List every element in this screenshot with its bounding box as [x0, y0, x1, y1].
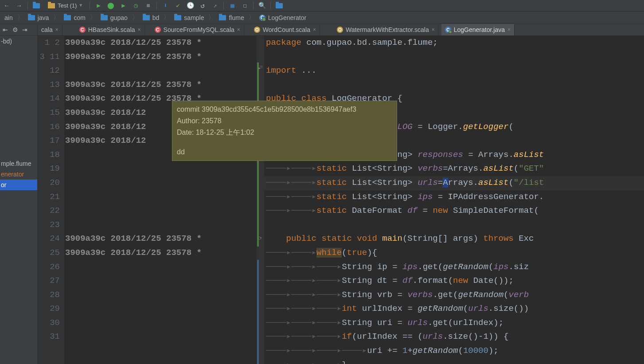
editor-tab-active[interactable]: C LogGenerator.java ×: [441, 24, 515, 35]
breadcrumb-label: java: [38, 14, 49, 21]
project-node[interactable]: mple.flume: [0, 158, 37, 169]
folder-icon: [101, 15, 108, 20]
scala-object-icon: O: [337, 27, 343, 33]
back-button[interactable]: ←: [3, 2, 11, 10]
breadcrumb-label: gupao: [110, 14, 128, 21]
editor-tab[interactable]: cala ×: [38, 24, 62, 35]
close-icon[interactable]: ×: [507, 27, 511, 33]
editor-tab[interactable]: C HBaseSink.scala ×: [76, 24, 145, 35]
source-editor[interactable]: ▸ ⊞ ⟳ package com.gupao.bd.sample.flume;…: [257, 36, 644, 364]
breadcrumb-item[interactable]: com: [61, 14, 88, 21]
breadcrumb-label: LogGenerator: [268, 14, 306, 21]
separator: [156, 2, 157, 10]
project-root[interactable]: -bd): [0, 36, 37, 47]
run-button[interactable]: ▶: [94, 2, 102, 10]
annotate-pane[interactable]: 1 2 3 11 12 13 14 15 16 17 18 19 20 21 2…: [38, 36, 257, 364]
breadcrumb-separator: 〉: [90, 14, 96, 22]
line-gutter: 1 2 3 11 12 13 14 15 16 17 18 19 20 21 2…: [38, 36, 64, 364]
revert-button[interactable]: ↺: [199, 2, 207, 10]
folder-icon: [219, 15, 226, 20]
vcs-commit-button[interactable]: ✔: [174, 2, 182, 10]
project-node-selected[interactable]: or: [0, 180, 37, 190]
search-button[interactable]: 🔍: [258, 2, 266, 10]
project-structure-button[interactable]: ▦: [228, 2, 236, 10]
breadcrumb-separator: 〉: [208, 14, 215, 22]
tab-label: HBaseSink.scala: [88, 26, 135, 33]
breadcrumb-separator: 〉: [249, 14, 255, 22]
vcs-update-button[interactable]: ⬇: [161, 2, 169, 10]
class-icon: C: [259, 15, 265, 21]
project-tool-window: ⇤ ⚙ ⇥ -bd) mple.flume enerator or: [0, 24, 38, 364]
main-toolbar: ← → Test (1) ▼ ▶ ⬤ ▶ ◷ ■ ⬇ ✔ 🕓 ↺ ↗ ▦ ☐ 🔍: [0, 0, 644, 12]
breadcrumb-item[interactable]: bd: [140, 14, 162, 21]
vcs-modified-marker: [257, 260, 259, 364]
editor-tab[interactable]: O WordCount.scala ×: [250, 24, 320, 35]
project-toolbar: ⇤ ⚙ ⇥: [0, 24, 37, 36]
folder-icon: [28, 15, 35, 20]
breadcrumb-label: sample: [184, 14, 204, 21]
scala-class-icon: C: [155, 27, 161, 33]
breadcrumb-item[interactable]: sample: [172, 14, 207, 21]
breadcrumb-item[interactable]: flume: [216, 14, 246, 21]
separator: [27, 2, 28, 10]
close-icon[interactable]: ×: [55, 27, 59, 33]
tooltip-author: Author: 23578: [177, 115, 392, 127]
breadcrumb-separator: 〉: [53, 14, 59, 22]
breadcrumb-separator: 〉: [17, 14, 23, 22]
expand-icon[interactable]: ⇥: [21, 26, 28, 33]
folder-icon: [48, 3, 55, 8]
breadcrumb-separator: 〉: [164, 14, 170, 22]
run-config-label: Test (1): [58, 2, 77, 9]
sdk-button[interactable]: ☐: [241, 2, 249, 10]
open-folder-button[interactable]: [32, 2, 40, 10]
folder-icon: [174, 15, 181, 20]
tooltip-commit: commit 3909a39cd355c45c1e5b928500e8b1536…: [177, 104, 392, 115]
forward-button[interactable]: →: [15, 2, 23, 10]
annotate-text: 3909a39c 2018/12/25 23578 * 3909a39c 201…: [64, 36, 257, 364]
chevron-down-icon: ▼: [79, 3, 82, 8]
commit-tooltip: commit 3909a39cd355c45c1e5b928500e8b1536…: [172, 101, 397, 161]
override-icon[interactable]: ⟳: [258, 235, 262, 241]
editor-tabs: cala × C HBaseSink.scala × C SourceFromM…: [38, 24, 644, 36]
debug-button[interactable]: ⬤: [107, 2, 115, 10]
profile-button[interactable]: ◷: [132, 2, 140, 10]
breadcrumb-item[interactable]: gupao: [98, 14, 130, 21]
vcs-history-button[interactable]: 🕓: [186, 2, 194, 10]
separator: [90, 2, 90, 10]
breadcrumb-item[interactable]: CLogGenerator: [257, 14, 309, 21]
scala-object-icon: O: [254, 27, 260, 33]
close-icon[interactable]: ×: [313, 27, 316, 33]
breadcrumb-label: bd: [152, 14, 160, 21]
close-icon[interactable]: ×: [237, 27, 240, 33]
collapse-icon[interactable]: ⇤: [2, 26, 9, 33]
breadcrumb-label: ain: [4, 14, 13, 21]
separator: [270, 2, 271, 10]
java-class-icon: C: [445, 27, 451, 33]
close-icon[interactable]: ×: [432, 27, 435, 33]
breadcrumb-item[interactable]: java: [25, 14, 52, 21]
folder-icon: [64, 15, 71, 20]
breadcrumb-label: flume: [229, 14, 244, 21]
fold-gutter: ▸ ⊞ ⟳: [257, 36, 264, 364]
source-code[interactable]: package com.gupao.bd.sample.flume; impor…: [264, 36, 644, 364]
gear-icon[interactable]: ⚙: [12, 26, 19, 33]
tab-label: SourceFromMySQL.scala: [164, 26, 234, 33]
breadcrumb-label: com: [74, 14, 85, 21]
vcs-push-button[interactable]: ↗: [211, 2, 219, 10]
tab-label: WordCount.scala: [263, 26, 310, 33]
separator: [253, 2, 254, 10]
editor-tab[interactable]: O WatermarkWithExtractor.scala ×: [333, 24, 439, 35]
separator: [223, 2, 224, 10]
editor-tab[interactable]: C SourceFromMySQL.scala ×: [151, 24, 244, 35]
scala-class-icon: C: [79, 27, 86, 33]
breadcrumb-item[interactable]: ain: [2, 14, 16, 21]
tooltip-date: Date: 18-12-25 上午1:02: [177, 127, 392, 138]
more-button[interactable]: [275, 2, 283, 10]
tooltip-message: dd: [177, 146, 392, 158]
coverage-button[interactable]: ▶: [119, 2, 127, 10]
run-config-combo[interactable]: Test (1) ▼: [45, 1, 85, 11]
close-icon[interactable]: ×: [138, 27, 141, 33]
project-node-class[interactable]: enerator: [0, 169, 37, 180]
tab-label: cala: [41, 26, 53, 33]
stop-button[interactable]: ■: [144, 2, 152, 10]
